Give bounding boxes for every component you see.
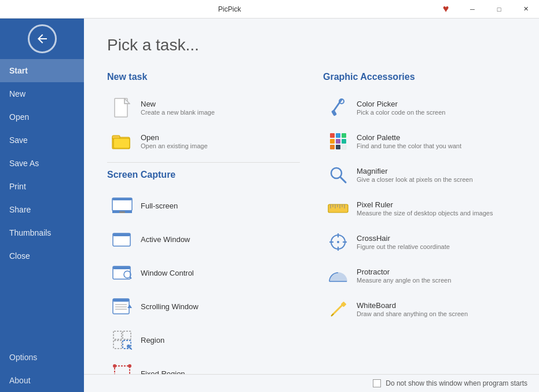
fixed-region-icon	[111, 362, 134, 374]
svg-line-48	[340, 177, 346, 182]
main-content: Pick a task... New task	[84, 19, 539, 374]
pixel-ruler-icon	[327, 197, 350, 220]
svg-point-28	[127, 345, 130, 348]
task-fixed-region[interactable]: Fixed Region	[107, 357, 300, 374]
left-column: New task New Create a n	[107, 72, 300, 374]
scrolling-window-icon	[111, 295, 134, 318]
whiteboard-desc: Draw and share anything on the screen	[357, 310, 468, 317]
sidebar-item-save-as[interactable]: Save As	[0, 152, 84, 175]
svg-rect-41	[330, 139, 335, 144]
window-control-label: Window Control	[141, 269, 194, 277]
task-crosshair[interactable]: CrossHair Figure out the relative coordi…	[323, 226, 516, 258]
minimize-button[interactable]: ─	[459, 0, 486, 19]
task-new[interactable]: New Create a new blank image	[107, 91, 300, 124]
footer-checkbox[interactable]	[373, 379, 381, 387]
color-palette-desc: Find and tune the color that you want	[357, 142, 461, 149]
page-title: Pick a task...	[107, 36, 516, 54]
svg-rect-46	[342, 145, 346, 149]
title-bar: PicPick ♥ ─ □ ✕	[0, 0, 539, 19]
magnifier-desc: Give a closer look at pixels on the scre…	[357, 176, 473, 183]
task-color-picker[interactable]: Color Picker Pick a color code on the sc…	[323, 91, 516, 124]
svg-rect-45	[336, 145, 340, 149]
crosshair-icon	[327, 230, 350, 254]
svg-rect-36	[331, 109, 337, 116]
task-whiteboard[interactable]: WhiteBoard Draw and share anything on th…	[323, 293, 516, 325]
svg-rect-25	[113, 340, 122, 349]
sidebar-item-about[interactable]: About	[0, 369, 84, 392]
task-region[interactable]: Region	[107, 324, 300, 356]
task-open[interactable]: Open Open an existing image	[107, 125, 300, 157]
svg-rect-44	[330, 145, 335, 149]
active-window-label: Active Window	[141, 235, 190, 244]
protractor-desc: Measure any angle on the screen	[357, 277, 451, 284]
svg-rect-14	[113, 266, 130, 269]
svg-rect-8	[112, 198, 132, 200]
svg-rect-42	[336, 139, 340, 144]
scrolling-window-label: Scrolling Window	[141, 302, 199, 311]
color-picker-icon	[327, 96, 350, 119]
task-fullscreen[interactable]: Full-screen	[107, 189, 300, 222]
task-magnifier[interactable]: Magnifier Give a closer look at pixels o…	[323, 159, 516, 191]
task-scrolling-window[interactable]: Scrolling Window	[107, 290, 300, 323]
back-icon[interactable]	[28, 24, 57, 53]
svg-rect-29	[115, 366, 130, 374]
screen-capture-heading: Screen Capture	[107, 170, 300, 180]
pixel-ruler-label: Pixel Ruler	[357, 200, 493, 209]
sidebar-item-thumbnails[interactable]: Thumbnails	[0, 221, 84, 244]
svg-line-64	[332, 305, 343, 315]
svg-rect-18	[113, 299, 129, 302]
task-pixel-ruler[interactable]: Pixel Ruler Measure the size of desktop …	[323, 192, 516, 225]
crosshair-desc: Figure out the relative coordinate	[357, 243, 450, 250]
sidebar-logo[interactable]	[0, 19, 84, 59]
svg-rect-38	[330, 133, 335, 138]
svg-point-62	[337, 241, 339, 243]
footer: Do not show this window when program sta…	[84, 374, 539, 392]
open-icon	[111, 130, 134, 153]
crosshair-label: CrossHair	[357, 234, 450, 243]
new-desc: Create a new blank image	[141, 109, 215, 116]
maximize-button[interactable]: □	[486, 0, 512, 19]
task-window-control[interactable]: Window Control	[107, 257, 300, 289]
divider-1	[107, 162, 300, 163]
new-icon	[111, 96, 134, 119]
color-picker-desc: Pick a color code on the screen	[357, 109, 445, 116]
task-protractor[interactable]: Protractor Measure any angle on the scre…	[323, 259, 516, 292]
svg-point-31	[128, 364, 131, 368]
sidebar-item-new[interactable]: New	[0, 82, 84, 105]
svg-rect-24	[123, 331, 131, 339]
fullscreen-icon	[111, 194, 134, 217]
sidebar-item-open[interactable]: Open	[0, 105, 84, 129]
color-picker-label: Color Picker	[357, 100, 445, 108]
sidebar-item-share[interactable]: Share	[0, 198, 84, 221]
two-columns: New task New Create a n	[107, 72, 516, 374]
app-container: Start New Open Save Save As Print Share …	[0, 19, 539, 392]
svg-rect-39	[336, 133, 340, 138]
sidebar-item-options[interactable]: Options	[0, 346, 84, 369]
fullscreen-label: Full-screen	[141, 202, 178, 210]
app-title: PicPick	[27, 5, 432, 13]
svg-rect-49	[328, 204, 348, 213]
svg-rect-43	[342, 139, 346, 144]
region-label: Region	[141, 336, 164, 345]
active-window-icon	[111, 228, 134, 251]
task-color-palette[interactable]: Color Palette Find and tune the color th…	[323, 125, 516, 157]
sidebar-item-close[interactable]: Close	[0, 244, 84, 268]
graphic-accessories-heading: Graphic Accessories	[323, 72, 516, 82]
right-column: Graphic Accessories Color Picker	[323, 72, 516, 374]
open-desc: Open an existing image	[141, 142, 208, 149]
svg-line-35	[333, 100, 342, 111]
sidebar-item-save[interactable]: Save	[0, 129, 84, 152]
window-control-icon	[111, 261, 134, 284]
sidebar-item-print[interactable]: Print	[0, 175, 84, 198]
sidebar-item-start[interactable]: Start	[0, 59, 84, 82]
svg-rect-6	[113, 138, 130, 148]
heart-icon: ♥	[432, 0, 459, 19]
magnifier-label: Magnifier	[357, 167, 473, 175]
svg-rect-40	[342, 133, 346, 138]
close-button[interactable]: ✕	[512, 0, 539, 19]
color-palette-icon	[327, 130, 350, 153]
task-active-window[interactable]: Active Window	[107, 223, 300, 255]
sidebar: Start New Open Save Save As Print Share …	[0, 19, 84, 392]
magnifier-icon	[327, 163, 350, 186]
window-controls: ♥ ─ □ ✕	[432, 0, 539, 19]
